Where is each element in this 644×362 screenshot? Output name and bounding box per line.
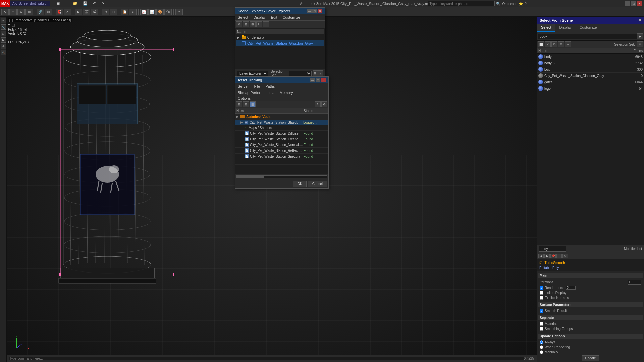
se-menu-select[interactable]: Select xyxy=(235,14,251,20)
sel-none-btn[interactable]: ✕ xyxy=(545,41,551,47)
snap-btn[interactable]: 🧲 xyxy=(56,9,63,15)
at-tb-btn1[interactable]: ⊞ xyxy=(236,101,242,107)
at-restore-btn[interactable]: □ xyxy=(316,78,320,82)
se-menu-edit[interactable]: Edit xyxy=(268,14,280,20)
schematic-btn[interactable]: 📊 xyxy=(148,9,156,15)
create-btn[interactable]: ✦ xyxy=(1,18,6,23)
menu-new[interactable]: □ xyxy=(62,1,70,6)
layer-explorer-dropdown[interactable]: Layer Explorer xyxy=(237,71,268,76)
render-frame-btn[interactable]: 🎬 xyxy=(83,9,90,15)
close-button[interactable]: ✕ xyxy=(637,1,642,6)
motion-btn[interactable]: ▶ xyxy=(1,37,6,43)
render-iters-checkbox[interactable] xyxy=(540,286,543,290)
isoline-checkbox[interactable] xyxy=(540,291,543,295)
help-icon[interactable]: ? xyxy=(525,2,527,6)
at-city-pet-item[interactable]: ▶ M City_Pet_Waste_Station_Glasdon_Gray_… xyxy=(235,120,328,125)
particle-view-btn[interactable]: ✦ xyxy=(175,9,183,15)
se-footer-btn1[interactable]: ⊞ xyxy=(313,70,318,76)
render-btn[interactable]: ▶ xyxy=(75,9,82,15)
render-anim-btn[interactable]: 📽 xyxy=(91,9,98,15)
display-btn[interactable]: 👁 xyxy=(1,44,6,49)
at-menu-server[interactable]: Server xyxy=(235,83,251,89)
materials-checkbox[interactable] xyxy=(540,322,543,326)
at-ok-button[interactable]: OK xyxy=(293,181,306,187)
mod-nav-right[interactable]: ▶ xyxy=(544,254,550,258)
mod-nav-left[interactable]: ◀ xyxy=(538,254,544,258)
command-input[interactable] xyxy=(9,357,524,360)
mirror-btn[interactable]: ⇔ xyxy=(102,9,109,15)
sel-highlight-btn[interactable]: ★ xyxy=(565,41,571,47)
at-menu-file[interactable]: File xyxy=(251,83,263,89)
align-btn[interactable]: ⊟ xyxy=(110,9,117,15)
move-btn[interactable]: ✛ xyxy=(9,9,17,15)
list-item[interactable]: gates 6044 xyxy=(537,79,644,85)
minimize-button[interactable]: — xyxy=(625,1,630,6)
link-btn[interactable]: 🔗 xyxy=(37,9,44,15)
se-menu-customize[interactable]: Customize xyxy=(280,14,303,20)
menu-item[interactable]: ▣ xyxy=(54,1,62,6)
map-btn[interactable]: 🗺 xyxy=(164,9,172,15)
at-group-header[interactable]: ▶ Autodesk Vault xyxy=(235,114,328,120)
at-menu-paths[interactable]: Paths xyxy=(263,83,277,89)
maximize-button[interactable]: □ xyxy=(631,1,636,6)
at-horizontal-scroll[interactable] xyxy=(236,175,327,178)
asset-tracking-title-bar[interactable]: Asset Tracking — □ ✕ xyxy=(235,77,328,83)
smooth-result-checkbox[interactable] xyxy=(540,309,543,313)
render-iters-input[interactable] xyxy=(566,286,576,290)
update-button[interactable]: Update xyxy=(582,355,599,361)
at-menu-bitmap[interactable]: Bitmap Performance and Memory xyxy=(235,89,296,96)
at-specular-file[interactable]: 📄 City_Pet_Waste_Station_Specular.png Fo… xyxy=(235,154,328,159)
at-tb-btn2[interactable]: ⊟ xyxy=(243,101,249,107)
se-tb-collapse[interactable]: ⊟ xyxy=(250,21,256,27)
when-rendering-radio[interactable] xyxy=(540,345,543,349)
se-city-pet-object[interactable]: City_Pet_Waste_Station_Glasdon_Gray xyxy=(236,40,324,46)
menu-open[interactable]: 📁 xyxy=(70,1,80,6)
sel-set-btn[interactable]: ▼ xyxy=(637,41,643,47)
se-restore-btn[interactable]: □ xyxy=(312,9,317,13)
workspace-name[interactable]: AK_Screenshot_wrksp xyxy=(10,1,50,6)
at-fresnel-file[interactable]: 📄 City_Pet_Waste_Station_Fresnel_IOR.png… xyxy=(235,136,328,142)
material-btn[interactable]: 🎨 xyxy=(156,9,164,15)
at-close-btn[interactable]: ✕ xyxy=(321,78,326,82)
select-panel-close[interactable]: ✕ xyxy=(638,18,641,22)
list-item[interactable]: logo 54 xyxy=(537,85,644,92)
list-item[interactable]: body 6948 xyxy=(537,54,644,60)
se-close-btn[interactable]: ✕ xyxy=(318,9,322,13)
manually-radio[interactable] xyxy=(540,350,543,354)
at-tb-settings[interactable]: ⚙ xyxy=(321,101,327,107)
at-minimize-btn[interactable]: — xyxy=(310,78,315,82)
tab-customize[interactable]: Customize xyxy=(576,24,601,32)
se-tb-sort[interactable]: ↕ xyxy=(263,21,269,27)
mod-stack-btn[interactable]: ⊞ xyxy=(556,254,562,258)
explicit-normals-checkbox[interactable] xyxy=(540,296,543,300)
at-tb-help[interactable]: ? xyxy=(315,101,321,107)
at-cancel-button[interactable]: Cancel xyxy=(308,181,327,187)
se-layer-default[interactable]: ▶ 0 (default) xyxy=(236,34,324,40)
se-tb-refresh[interactable]: ↻ xyxy=(256,21,262,27)
modifier-name-input[interactable] xyxy=(539,246,566,252)
at-diffuse-file[interactable]: 📄 City_Pet_Waste_Station_Diffuse.png Fou… xyxy=(235,131,328,136)
select-search-input[interactable] xyxy=(538,34,637,39)
at-normal-file[interactable]: 📄 City_Pet_Waste_Station_Normal.png Foun… xyxy=(235,142,328,148)
menu-redo[interactable]: ↷ xyxy=(99,1,107,6)
keyword-search-input[interactable] xyxy=(428,1,495,6)
scene-explorer-title-bar[interactable]: Scene Explorer - Layer Explorer — □ ✕ xyxy=(235,8,325,14)
utilities-btn[interactable]: 🔨 xyxy=(1,50,6,55)
smoothing-groups-checkbox[interactable] xyxy=(540,327,543,331)
tab-select[interactable]: Select xyxy=(537,24,555,32)
turbosmooth-checkbox[interactable]: ☑ xyxy=(539,261,542,265)
curve-editor-btn[interactable]: 📈 xyxy=(140,9,148,15)
scale-btn[interactable]: ⊞ xyxy=(25,9,33,15)
se-footer-btn2[interactable]: ↕ xyxy=(318,70,323,76)
at-maps-shaders-item[interactable]: ✦ Maps / Shaders xyxy=(235,125,328,131)
menu-save[interactable]: 💾 xyxy=(80,1,90,6)
list-item[interactable]: body_2 2732 xyxy=(537,60,644,66)
list-item[interactable]: City_Pet_Waste_Station_Glasdon_Gray 0 xyxy=(537,73,644,79)
sel-invert-btn[interactable]: ⧉ xyxy=(551,41,557,47)
angle-snap-btn[interactable]: ∠ xyxy=(64,9,71,15)
ribbon-btn[interactable]: ≡ xyxy=(129,9,137,15)
list-item[interactable]: box 300 xyxy=(537,66,644,73)
tab-display[interactable]: Display xyxy=(555,24,576,32)
search-icon[interactable]: 🔍 xyxy=(496,2,501,6)
search-go-btn[interactable]: ▶ xyxy=(637,33,643,39)
